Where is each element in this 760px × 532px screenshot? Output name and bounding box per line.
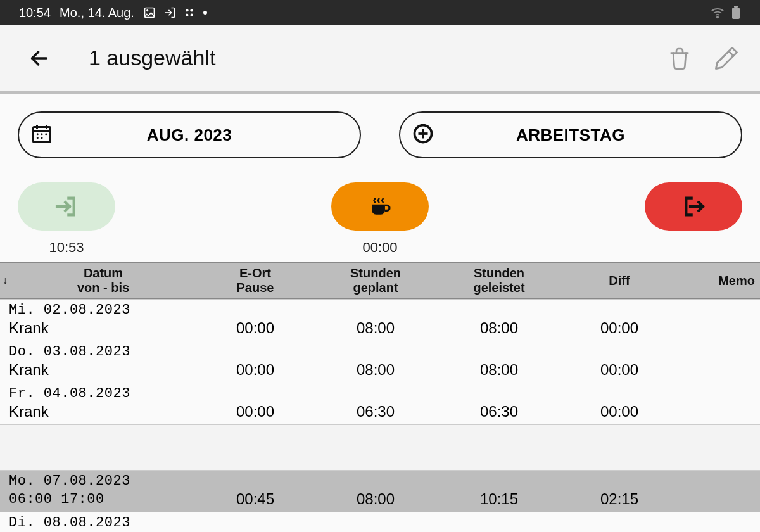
table-row[interactable]: Di. 08.08.2023 [0, 512, 760, 531]
svg-point-19 [37, 137, 39, 139]
row-from-to: 06:00 17:00 [0, 491, 195, 507]
coffee-icon [368, 194, 392, 218]
row-date: Di. 08.08.2023 [0, 512, 760, 531]
svg-rect-8 [732, 8, 740, 19]
exit-icon [681, 194, 706, 219]
break-time: 00:00 [362, 239, 397, 256]
checkin-time: 10:53 [49, 239, 84, 256]
row-from-to: Krank [0, 361, 195, 379]
month-label: AUG. 2023 [147, 125, 232, 145]
row-diff: 00:00 [562, 361, 676, 379]
svg-line-11 [729, 51, 733, 56]
svg-point-5 [190, 14, 193, 17]
header-date[interactable]: Datumvon - bis [11, 266, 195, 295]
svg-point-20 [41, 137, 43, 139]
plus-circle-icon [412, 122, 434, 148]
gap-row [0, 424, 760, 470]
edit-button[interactable] [712, 44, 741, 73]
header-done[interactable]: Stundengeleistet [436, 266, 562, 295]
status-icons-left [143, 6, 208, 19]
svg-point-3 [190, 9, 193, 12]
svg-point-17 [41, 133, 43, 135]
row-eort-pause: 00:00 [195, 403, 315, 421]
wifi-icon [711, 6, 725, 20]
row-values: Krank00:0008:0008:0000:00 [0, 360, 760, 383]
table-row[interactable]: Mo. 07.08.202306:00 17:0000:4508:0010:15… [0, 470, 760, 512]
row-done: 08:00 [436, 361, 562, 379]
add-workday-button[interactable]: ARBEITSTAG [399, 111, 742, 158]
row-eort-pause: 00:00 [195, 361, 315, 379]
calendar-icon [30, 122, 53, 148]
svg-point-16 [37, 133, 39, 135]
app-bar: 1 ausgewählt [0, 25, 760, 94]
row-diff: 00:00 [562, 403, 676, 421]
status-date: Mo., 14. Aug. [60, 6, 134, 20]
row-from-to: Krank [0, 403, 195, 421]
row-values: Krank00:0008:0008:0000:00 [0, 318, 760, 341]
svg-point-2 [186, 9, 189, 12]
svg-point-7 [717, 16, 718, 18]
header-sort[interactable]: ↓ [0, 275, 11, 286]
row-from-to: Krank [0, 319, 195, 337]
row-values: 06:00 17:0000:4508:0010:1502:15 [0, 489, 760, 512]
svg-point-18 [45, 133, 47, 135]
row-done: 06:30 [436, 403, 562, 421]
arrow-left-icon [28, 48, 50, 69]
svg-point-6 [203, 11, 207, 15]
back-button[interactable] [28, 47, 51, 70]
row-diff: 00:00 [562, 319, 676, 337]
header-diff[interactable]: Diff [562, 274, 676, 288]
checkout-button[interactable] [645, 182, 742, 231]
row-date: Mo. 07.08.2023 [0, 471, 760, 489]
action-row: 10:53 00:00 [0, 165, 760, 262]
break-button[interactable] [331, 182, 429, 231]
row-eort-pause: 00:00 [195, 319, 315, 337]
row-planned: 08:00 [315, 490, 436, 508]
svg-rect-9 [734, 6, 738, 8]
pencil-icon [712, 44, 740, 72]
status-time: 10:54 [19, 6, 51, 20]
row-date: Fr. 04.08.2023 [0, 383, 760, 402]
table-row[interactable]: Fr. 04.08.2023Krank00:0006:3006:3000:00 [0, 383, 760, 424]
checkin-button[interactable] [18, 182, 115, 231]
header-memo[interactable]: Memo [676, 274, 760, 288]
header-eort[interactable]: E-OrtPause [195, 266, 315, 295]
image-icon [143, 6, 156, 19]
status-icons-right [711, 6, 741, 20]
svg-point-4 [186, 14, 189, 17]
app-bar-title: 1 ausgewählt [89, 46, 215, 70]
workday-label: ARBEITSTAG [516, 125, 625, 145]
row-done: 08:00 [436, 319, 562, 337]
status-bar: 10:54 Mo., 14. Aug. [0, 0, 760, 25]
login-icon [163, 6, 176, 19]
pill-row: AUG. 2023 ARBEITSTAG [0, 94, 760, 165]
row-done: 10:15 [436, 490, 562, 508]
row-planned: 06:30 [315, 403, 436, 421]
delete-button[interactable] [665, 44, 694, 73]
row-planned: 08:00 [315, 319, 436, 337]
trash-icon [667, 44, 692, 72]
dot-icon [203, 10, 208, 15]
checkout-time [692, 239, 695, 256]
table-body: Mi. 02.08.2023Krank00:0008:0008:0000:00D… [0, 299, 760, 531]
svg-point-1 [146, 10, 148, 11]
row-planned: 08:00 [315, 361, 436, 379]
row-date: Mi. 02.08.2023 [0, 300, 760, 318]
row-diff: 02:15 [562, 490, 676, 508]
row-values: Krank00:0006:3006:3000:00 [0, 402, 760, 424]
svg-rect-0 [144, 8, 154, 18]
row-eort-pause: 00:45 [195, 490, 315, 508]
month-selector[interactable]: AUG. 2023 [18, 111, 361, 158]
table-row[interactable]: Do. 03.08.2023Krank00:0008:0008:0000:00 [0, 341, 760, 383]
table-header: ↓ Datumvon - bis E-OrtPause Stundengepla… [0, 262, 760, 299]
header-planned[interactable]: Stundengeplant [315, 266, 436, 295]
enter-icon [54, 194, 79, 219]
battery-icon [731, 6, 741, 20]
dots-icon [184, 7, 195, 18]
table-row[interactable]: Mi. 02.08.2023Krank00:0008:0008:0000:00 [0, 299, 760, 341]
row-date: Do. 03.08.2023 [0, 341, 760, 360]
